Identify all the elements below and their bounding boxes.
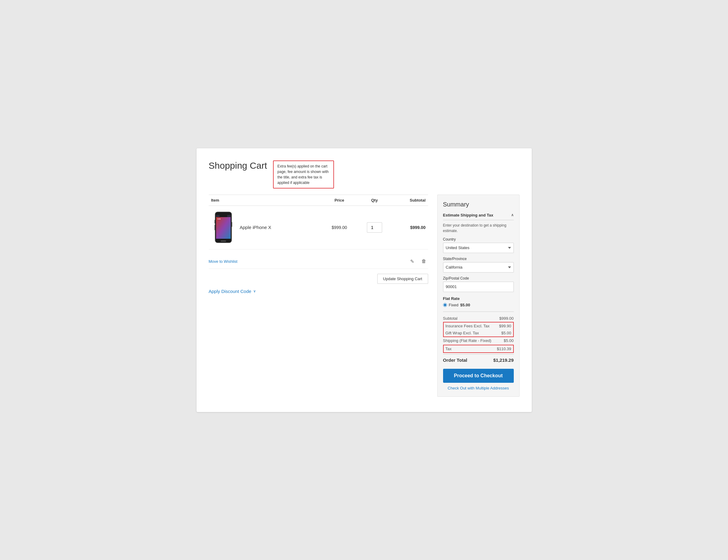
zip-label: Zip/Postal Code [443,276,514,280]
price-cell: $999.00 [322,206,357,249]
sidebar-section: Summary Estimate Shipping and Tax ∧ Ente… [437,195,520,397]
main-layout: Item Price Qty Subtotal [209,195,520,397]
estimate-title: Estimate Shipping and Tax [443,213,493,218]
actions-row: Move to Wishlist ✎ 🗑 [209,254,428,269]
cart-section: Item Price Qty Subtotal [209,195,428,294]
flat-rate-radio[interactable] [443,303,447,307]
product-thumbnail: 9:41 [215,211,232,243]
tooltip-box: Extra fee(s) applied on the cart page, f… [273,161,334,189]
svg-rect-3 [216,217,231,239]
order-total-label: Order Total [443,357,467,363]
discount-toggle-button[interactable]: Apply Discount Code ∨ [209,289,256,294]
col-header-qty: Qty [357,195,392,206]
insurance-label: Insurance Fees Excl. Tax [446,324,490,328]
trash-icon: 🗑 [421,259,426,264]
estimate-header: Estimate Shipping and Tax ∧ [443,213,514,220]
wishlist-link[interactable]: Move to Wishlist [209,259,405,264]
checkout-button[interactable]: Proceed to Checkout [443,369,514,383]
svg-rect-2 [219,215,227,217]
insurance-row: Insurance Fees Excl. Tax $99.90 [444,322,513,329]
product-cell: 9:41 Apple iPhone X [211,211,319,244]
flat-rate-price: $5.00 [460,303,470,307]
tax-label: Tax [446,346,452,351]
product-image: 9:41 [211,211,236,244]
svg-rect-8 [232,222,232,227]
order-total-row: Order Total $1,219.29 [443,354,514,364]
chevron-up-icon[interactable]: ∧ [511,213,514,217]
state-form-group: State/Province California New York Texas… [443,257,514,273]
page-container: Shopping Cart Extra fee(s) applied on th… [197,148,532,412]
country-label: Country [443,237,514,242]
svg-rect-6 [215,220,215,224]
pencil-icon: ✎ [410,259,414,264]
svg-rect-5 [221,241,226,242]
chevron-down-icon: ∨ [253,289,256,293]
giftwrap-value: $5.00 [501,331,511,335]
header-area: Shopping Cart Extra fee(s) applied on th… [209,161,520,189]
multiple-address-link[interactable]: Check Out with Multiple Addresses [443,386,514,390]
col-header-item: Item [209,195,322,206]
discount-section: Apply Discount Code ∨ [209,289,428,294]
quantity-input[interactable] [367,222,382,233]
cart-table: Item Price Qty Subtotal [209,195,428,250]
product-name: Apple iPhone X [240,225,271,230]
estimate-hint: Enter your destination to get a shipping… [443,223,514,234]
state-label: State/Province [443,257,514,261]
tax-highlighted-row: Tax $110.39 [443,345,514,353]
country-select[interactable]: United States Canada United Kingdom [443,243,514,253]
flat-rate-section: Flat Rate Fixed $5.00 [443,296,514,307]
zip-form-group: Zip/Postal Code [443,276,514,292]
flat-rate-option-label: Fixed [449,303,459,307]
qty-cell [357,206,392,249]
flat-rate-title: Flat Rate [443,296,514,301]
summary-totals: Subtotal $999.00 Insurance Fees Excl. Ta… [443,311,514,364]
edit-button[interactable]: ✎ [408,257,416,266]
giftwrap-row: Gift Wrap Excl. Tax $5.00 [444,329,513,336]
update-cart-button[interactable]: Update Shopping Cart [377,274,428,284]
summary-box: Summary Estimate Shipping and Tax ∧ Ente… [437,195,520,397]
flat-rate-option[interactable]: Fixed $5.00 [443,303,514,307]
shipping-row: Shipping (Flat Rate - Fixed) $5.00 [443,337,514,344]
cart-footer: Update Shopping Cart Apply Discount Code… [209,274,428,294]
tax-value: $110.39 [497,346,511,351]
svg-rect-7 [215,225,215,230]
estimate-section: Estimate Shipping and Tax ∧ Enter your d… [443,213,514,292]
table-row: 9:41 Apple iPhone X [209,206,428,249]
svg-text:9:41: 9:41 [218,218,221,220]
shipping-value: $5.00 [504,338,514,343]
col-header-subtotal: Subtotal [392,195,428,206]
delete-button[interactable]: 🗑 [420,257,428,265]
highlighted-fees-group: Insurance Fees Excl. Tax $99.90 Gift Wra… [443,322,514,337]
giftwrap-label: Gift Wrap Excl. Tax [446,331,479,335]
state-select[interactable]: California New York Texas Florida [443,262,514,273]
zip-input[interactable] [443,282,514,292]
shipping-label: Shipping (Flat Rate - Fixed) [443,338,492,343]
subtotal-row: Subtotal $999.00 [443,315,514,322]
summary-title: Summary [443,201,514,208]
tax-row: Tax $110.39 [446,346,511,351]
subtotal-value: $999.00 [499,316,514,321]
subtotal-cell: $999.00 [392,206,428,249]
insurance-value: $99.90 [499,324,511,328]
discount-label: Apply Discount Code [209,289,251,294]
page-title: Shopping Cart [209,161,267,171]
country-form-group: Country United States Canada United King… [443,237,514,253]
order-total-value: $1,219.29 [493,357,514,363]
col-header-price: Price [322,195,357,206]
subtotal-label: Subtotal [443,316,458,321]
update-row: Update Shopping Cart [209,274,428,284]
